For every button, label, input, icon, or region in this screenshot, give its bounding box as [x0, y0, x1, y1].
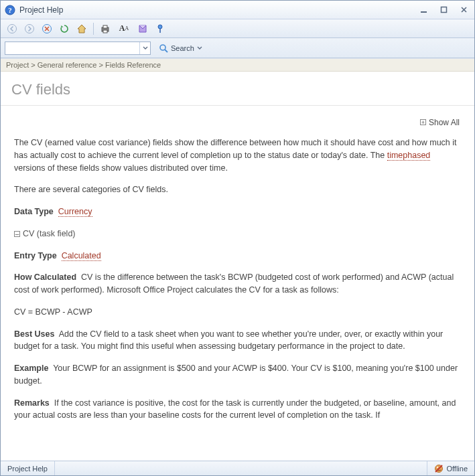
window-controls: [417, 5, 470, 15]
example-paragraph: Example Your BCWP for an assignment is $…: [14, 362, 461, 388]
section-toggle-task-field[interactable]: – CV (task field): [14, 228, 461, 240]
chevron-down-icon: [197, 46, 202, 50]
entry-type-value[interactable]: Calculated: [62, 251, 101, 261]
toolbar-separator: [93, 23, 94, 35]
glossary-link-timephased[interactable]: timephased: [387, 151, 431, 161]
svg-point-10: [158, 25, 162, 29]
svg-point-11: [160, 45, 165, 50]
section-label: CV (task field): [23, 228, 76, 240]
searchbar: Search: [1, 38, 474, 58]
svg-rect-8: [103, 25, 107, 28]
how-calculated-paragraph: How Calculated CV is the difference betw…: [14, 271, 461, 297]
close-button[interactable]: [457, 5, 470, 15]
toc-button[interactable]: [135, 21, 150, 36]
svg-rect-9: [103, 30, 107, 33]
search-button[interactable]: Search: [155, 42, 206, 55]
remarks-paragraph: Remarks If the cost variance is positive…: [14, 397, 461, 422]
svg-rect-3: [441, 7, 446, 13]
refresh-button[interactable]: [57, 21, 72, 36]
article-body: The CV (earned value cost variance) fiel…: [1, 133, 474, 445]
breadcrumb-item[interactable]: Fields Reference: [105, 61, 161, 69]
toolbar: AA: [1, 19, 474, 38]
minus-icon: –: [14, 231, 20, 237]
connection-icon: [434, 464, 444, 473]
how-calculated-label: How Calculated: [14, 272, 76, 282]
search-button-label: Search: [171, 44, 194, 52]
best-uses-paragraph: Best Uses Add the CV field to a task she…: [14, 328, 461, 353]
minimize-button[interactable]: [417, 5, 430, 15]
data-type-row: Data Type Currency: [14, 206, 461, 218]
search-input-wrap: [5, 42, 151, 55]
search-input[interactable]: [5, 42, 139, 54]
data-type-value[interactable]: Currency: [58, 207, 92, 217]
svg-text:?: ?: [8, 6, 12, 14]
statusbar: Project Help Offline: [1, 461, 474, 475]
svg-point-5: [25, 24, 34, 33]
entry-type-row: Entry Type Calculated: [14, 250, 461, 262]
search-icon: [159, 44, 168, 53]
search-scope-dropdown[interactable]: [139, 42, 150, 54]
categories-paragraph: There are several categories of CV field…: [14, 183, 461, 196]
page-title-region: CV fields: [1, 72, 474, 106]
breadcrumb-item[interactable]: Project: [6, 61, 29, 69]
status-right[interactable]: Offline: [427, 461, 474, 475]
example-label: Example: [14, 364, 48, 373]
remarks-label: Remarks: [14, 398, 50, 408]
back-button[interactable]: [5, 21, 19, 36]
titlebar: ? Project Help: [1, 1, 474, 19]
help-app-icon: ?: [5, 5, 15, 15]
font-size-button[interactable]: AA: [115, 21, 133, 36]
breadcrumb: Project > General reference > Fields Ref…: [1, 59, 474, 72]
best-uses-label: Best Uses: [14, 329, 54, 339]
svg-rect-2: [421, 11, 427, 13]
content-area: Project > General reference > Fields Ref…: [1, 58, 474, 461]
formula: CV = BCWP - ACWP: [14, 306, 461, 319]
stop-button[interactable]: [40, 21, 54, 36]
page-title: CV fields: [11, 81, 464, 98]
data-type-label: Data Type: [14, 207, 54, 216]
keep-on-top-button[interactable]: [153, 21, 167, 36]
entry-type-label: Entry Type: [14, 251, 57, 260]
maximize-button[interactable]: [437, 5, 450, 15]
status-left[interactable]: Project Help: [1, 461, 55, 475]
home-button[interactable]: [74, 21, 89, 36]
content-scrollview[interactable]: Project > General reference > Fields Ref…: [1, 59, 474, 461]
intro-paragraph: The CV (earned value cost variance) fiel…: [14, 137, 461, 174]
show-all-toggle[interactable]: +Show All: [1, 106, 474, 133]
forward-button[interactable]: [22, 21, 37, 36]
status-right-label: Offline: [446, 465, 468, 473]
print-button[interactable]: [98, 21, 113, 36]
window-title: Project Help: [19, 5, 417, 15]
svg-point-13: [437, 467, 438, 468]
plus-icon: +: [420, 119, 426, 125]
help-window: ? Project Help: [0, 0, 475, 476]
svg-point-4: [8, 24, 17, 33]
breadcrumb-item[interactable]: General reference: [38, 61, 97, 69]
